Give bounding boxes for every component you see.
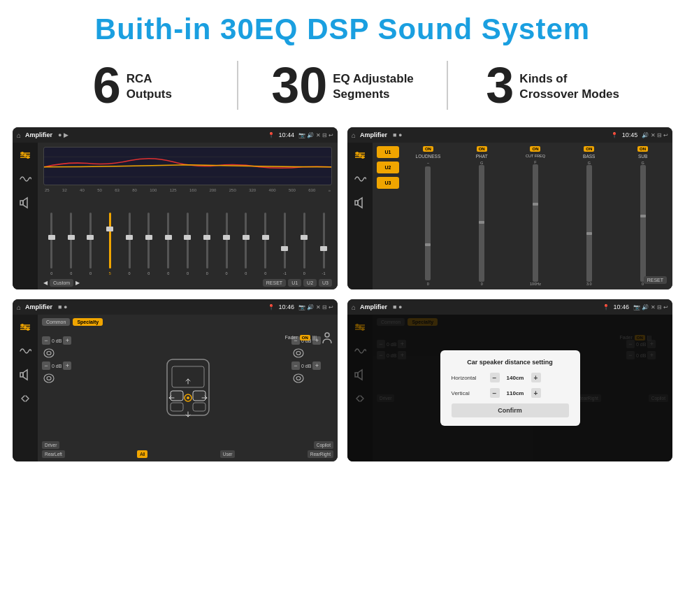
eq-u2-btn[interactable]: U2 — [303, 279, 317, 287]
plus-btn-4[interactable]: + — [312, 361, 321, 370]
eq-slider-1[interactable]: 0 — [43, 213, 60, 275]
specialty-tab[interactable]: Specialty — [73, 318, 103, 326]
dialog-vertical-plus[interactable]: + — [531, 388, 541, 398]
eq-slider-4[interactable]: 5 — [101, 213, 118, 275]
plus-btn-1[interactable]: + — [63, 336, 71, 345]
amp-ch-on-2[interactable]: ON — [477, 146, 487, 152]
plus-btn-2[interactable]: + — [63, 361, 71, 370]
rearright-btn[interactable]: RearRight — [308, 450, 333, 458]
eq-graph — [43, 147, 332, 185]
dialog-horizontal-minus[interactable]: − — [490, 373, 500, 382]
screen-amp-body: U1 U2 U3 ON LOUDNESS ~ — [347, 143, 672, 289]
amp-u3-btn[interactable]: U3 — [377, 177, 399, 189]
cross-right-controls: − 0 dB + − 0 dB + — [291, 336, 333, 438]
home-icon[interactable]: ⌂ — [17, 131, 21, 139]
eq-slider-8[interactable]: 0 — [180, 213, 196, 275]
eq-slider-9[interactable]: 0 — [199, 213, 215, 275]
cross-bottom-labels-2: RearLeft All User RearRight — [42, 450, 333, 458]
sidebar-speaker-icon[interactable] — [17, 196, 34, 210]
all-btn[interactable]: All — [137, 450, 147, 458]
svg-point-36 — [187, 396, 189, 399]
cross-left-controls: − 0 dB + − 0 dB + — [42, 336, 84, 438]
dialog-title: Car speaker distance setting — [452, 359, 569, 366]
eq-slider-11[interactable]: 0 — [238, 213, 254, 275]
screen-distance: ⌂ Amplifier ■ ● 📍 10:46 📷 🔊 ✕ ⊟ ↩ — [347, 299, 672, 461]
home-icon-2[interactable]: ⌂ — [352, 131, 356, 139]
sidebar-amp-eq-icon[interactable] — [352, 148, 368, 162]
amp-reset-btn[interactable]: RESET — [644, 276, 667, 284]
stat-crossover-line1: Kinds of — [519, 71, 619, 87]
eq-slider-3[interactable]: 0 — [82, 213, 99, 275]
minus-btn-1[interactable]: − — [42, 336, 50, 345]
minus-btn-4[interactable]: − — [291, 361, 300, 370]
eq-reset-btn[interactable]: RESET — [263, 279, 286, 287]
svg-rect-34 — [193, 403, 206, 411]
eq-prev-btn[interactable]: ◀ — [43, 280, 48, 286]
dialog-horizontal-plus[interactable]: + — [531, 373, 541, 382]
eq-slider-14[interactable]: 0 — [296, 213, 312, 275]
stat-rca-number: 6 — [93, 60, 121, 110]
topbar-cross-location: 📍 — [268, 304, 275, 310]
copilot-btn[interactable]: Copilot — [314, 441, 333, 449]
eq-slider-13[interactable]: -1 — [277, 213, 294, 275]
amp-ch-on-3[interactable]: ON — [530, 146, 540, 152]
common-tab[interactable]: Common — [42, 318, 70, 326]
svg-point-15 — [361, 156, 364, 159]
eq-u1-btn[interactable]: U1 — [288, 279, 301, 287]
fader-slider[interactable]: ||| — [312, 334, 317, 341]
cross-speaker-right — [291, 348, 333, 359]
eq-slider-15[interactable]: -1 — [315, 213, 332, 275]
sidebar-wave-icon[interactable] — [17, 172, 34, 186]
rearleft-btn[interactable]: RearLeft — [42, 450, 65, 458]
sidebar-amp-wave-icon[interactable] — [352, 172, 368, 186]
sidebar-eq-icon[interactable] — [17, 148, 34, 162]
eq-content: 2532405063 80100125160200 25032040050063… — [38, 143, 338, 289]
stat-eq-text: EQ Adjustable Segments — [333, 60, 414, 102]
eq-u3-btn[interactable]: U3 — [319, 279, 332, 287]
svg-point-25 — [44, 349, 54, 357]
sidebar-cross-arrows-icon[interactable] — [17, 392, 34, 406]
amp-channel-sub: ON SUB G 0 — [617, 146, 668, 286]
dialog-horizontal-label: Horizontal — [452, 375, 486, 381]
minus-btn-2[interactable]: − — [42, 361, 50, 370]
screen-crossover: ⌂ Amplifier ■ ● 📍 10:46 📷 🔊 ✕ ⊟ ↩ — [13, 299, 338, 461]
screens-grid: ⌂ Amplifier ● ▶ 📍 10:44 📷 🔊 ✕ ⊟ ↩ — [0, 123, 685, 474]
eq-slider-12[interactable]: 0 — [257, 213, 274, 275]
topbar-cross-dots: ■ ● — [58, 303, 67, 310]
sidebar-cross-wave-icon[interactable] — [17, 344, 34, 358]
amp-ch-on-4[interactable]: ON — [584, 146, 594, 152]
topbar-amp-title: Amplifier — [360, 131, 387, 138]
fader-control: Fader ON ||| — [284, 334, 317, 341]
home-icon-3[interactable]: ⌂ — [17, 303, 21, 311]
amp-ch-on-5[interactable]: ON — [637, 146, 648, 152]
sidebar-amp-speaker-icon[interactable] — [352, 196, 368, 210]
dialog-vertical-minus[interactable]: − — [490, 388, 500, 398]
amp-u1-btn[interactable]: U1 — [377, 146, 399, 158]
amp-u2-btn[interactable]: U2 — [377, 162, 399, 173]
user-btn[interactable]: User — [220, 450, 236, 458]
amp-ch-name-3: CUT FREQ — [526, 154, 545, 158]
home-icon-4[interactable]: ⌂ — [352, 303, 356, 311]
stat-divider-1 — [237, 61, 238, 110]
topbar-amp-dots: ■ ● — [393, 131, 402, 138]
eq-slider-2[interactable]: 0 — [63, 213, 80, 275]
eq-slider-6[interactable]: 0 — [140, 213, 157, 275]
topbar-cross: ⌂ Amplifier ■ ● 📍 10:46 📷 🔊 ✕ ⊟ ↩ — [13, 299, 338, 315]
confirm-button[interactable]: Confirm — [452, 403, 569, 417]
screen-cross-body: Common Specialty Fader ON ||| − — [13, 315, 338, 461]
svg-rect-32 — [193, 391, 206, 401]
eq-slider-5[interactable]: 0 — [121, 213, 138, 275]
sidebar-cross-speaker-icon[interactable] — [17, 368, 34, 382]
eq-slider-7[interactable]: 0 — [160, 213, 177, 275]
sidebar-cross-eq-icon[interactable] — [17, 320, 34, 334]
stat-eq-line1: EQ Adjustable — [333, 71, 414, 87]
driver-btn[interactable]: Driver — [42, 441, 59, 449]
cross-speaker-left2 — [42, 373, 84, 384]
eq-custom-btn[interactable]: Custom — [50, 279, 73, 287]
fader-on-badge[interactable]: ON — [300, 335, 310, 341]
eq-next-btn[interactable]: ▶ — [75, 280, 80, 286]
db-val-2: 0 dB — [52, 364, 62, 368]
dialog-vertical-label: Vertical — [452, 390, 486, 396]
eq-slider-10[interactable]: 0 — [218, 213, 235, 275]
amp-ch-on-1[interactable]: ON — [423, 146, 433, 152]
